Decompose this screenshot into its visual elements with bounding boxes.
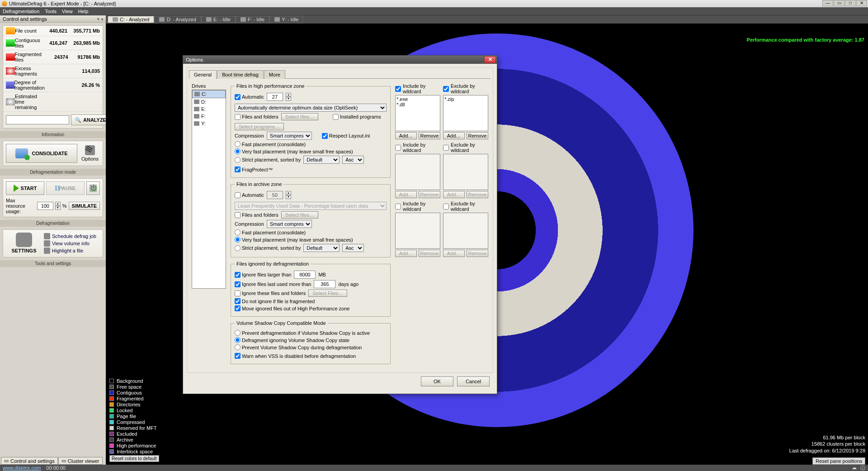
- menu-defragmentation[interactable]: Defragmentation: [3, 9, 39, 14]
- ar-auto-value[interactable]: [267, 191, 283, 199]
- legend-item[interactable]: High performance: [109, 443, 159, 448]
- ar-compression[interactable]: Smart compress: [267, 220, 312, 228]
- wc-remove-1a[interactable]: Remove: [419, 132, 440, 139]
- hp-sort-by[interactable]: Default: [303, 156, 340, 164]
- drive-item-c[interactable]: C:: [192, 90, 226, 98]
- drive-tab-y[interactable]: Y: - Idle: [269, 16, 303, 23]
- legend-item[interactable]: Directories: [109, 402, 159, 407]
- vss-radio-prevent-during[interactable]: Prevent Volume Shadow Copy during defrag…: [235, 344, 362, 350]
- simulate-button[interactable]: SIMULATE: [69, 202, 100, 210]
- wc-add-2a[interactable]: Add…: [395, 191, 417, 198]
- dialog-titlebar[interactable]: Options ✕: [183, 56, 497, 64]
- hp-respect-check[interactable]: Respect Layout.ini: [322, 133, 370, 139]
- drive-tab-e[interactable]: E: - Idle: [201, 16, 236, 23]
- wc-exclude-list-1[interactable]: *.zip: [443, 95, 488, 131]
- hp-radio-fast[interactable]: Fast placement (consolidate): [235, 141, 306, 147]
- hp-compression[interactable]: Smart compress: [267, 132, 312, 140]
- hp-fragprotect-check[interactable]: FragProtect™: [235, 167, 273, 172]
- ar-sort-dir[interactable]: Asc: [342, 244, 364, 252]
- legend-item[interactable]: Page file: [109, 414, 159, 419]
- ignore-select-files[interactable]: Select Files…: [308, 290, 347, 297]
- hp-files-folders-check[interactable]: Files and folders: [235, 114, 278, 120]
- spin-up[interactable]: ▲: [55, 202, 61, 206]
- maximize-button[interactable]: □: [845, 0, 856, 6]
- wc-exclude-check-1[interactable]: [443, 86, 449, 92]
- wc-include-check-1[interactable]: [395, 86, 401, 92]
- tab-general[interactable]: General: [189, 70, 217, 79]
- legend-item[interactable]: Compressed: [109, 419, 159, 425]
- ignore-these-check[interactable]: Ignore these files and folders: [235, 290, 306, 296]
- ignore-larger-check[interactable]: Ignore files larger than: [235, 272, 291, 278]
- minimize-button[interactable]: —: [822, 0, 833, 6]
- tool-schedule[interactable]: Schedule defrag job: [44, 233, 100, 240]
- menu-help[interactable]: Help: [78, 9, 89, 14]
- wc-include-list-1[interactable]: *.exe*.dll: [395, 95, 440, 131]
- legend-item[interactable]: Fragmented: [109, 396, 159, 401]
- legend-item[interactable]: Reserved for MFT: [109, 425, 159, 431]
- pause-button[interactable]: PAUSE: [46, 181, 85, 195]
- hp-auto-mode[interactable]: Automatically determine optimum data siz…: [235, 104, 387, 112]
- wc-exclude-check-3[interactable]: [443, 204, 449, 209]
- ar-sort-by[interactable]: Default: [303, 244, 340, 252]
- dialog-close-button[interactable]: ✕: [484, 56, 496, 63]
- menu-tools[interactable]: Tools: [45, 9, 57, 14]
- ignore-larger-value[interactable]: [294, 271, 316, 279]
- wc-include-check-2[interactable]: [395, 145, 401, 151]
- hp-select-programs[interactable]: Select programs…: [235, 123, 284, 130]
- vss-radio-ignore[interactable]: Defragment ignoring Volume Shadow Copy s…: [235, 337, 349, 343]
- menu-view[interactable]: View: [62, 9, 73, 14]
- legend-item[interactable]: Archive: [109, 437, 159, 442]
- ok-button[interactable]: OK: [421, 376, 453, 386]
- cancel-button[interactable]: Cancel: [457, 376, 490, 386]
- wc-remove-3a[interactable]: Remove: [419, 250, 440, 257]
- wc-add-1a[interactable]: Add…: [395, 132, 417, 139]
- ar-radio-strict[interactable]: Strict placement, sorted by: [235, 245, 301, 251]
- stop-button[interactable]: [86, 181, 100, 195]
- wc-include-check-3[interactable]: [395, 204, 401, 209]
- analyze-button[interactable]: 🔍ANALYZE: [71, 114, 110, 125]
- move-ignored-check[interactable]: Move ignored files out of High Performan…: [235, 305, 349, 311]
- reset-positions-button[interactable]: Reset pane positions: [812, 457, 865, 465]
- resource-input[interactable]: [37, 202, 53, 210]
- ignore-older-value[interactable]: [314, 280, 335, 288]
- ar-select-files[interactable]: Select files…: [281, 211, 318, 219]
- bottom-tab-cluster[interactable]: ▭Cluster viewer: [58, 457, 103, 465]
- analyze-input[interactable]: [6, 115, 69, 124]
- restore-button[interactable]: ▭: [834, 0, 844, 6]
- ignore-older-check[interactable]: Ignore files last used more than: [235, 281, 311, 287]
- vss-warn-check[interactable]: Warn when VSS is disabled before defragm…: [235, 353, 356, 359]
- drive-tab-c[interactable]: C: - Analyzed: [108, 16, 154, 23]
- legend-item[interactable]: Contiguous: [109, 390, 159, 395]
- drive-item-y[interactable]: Y:: [192, 120, 226, 127]
- close-button[interactable]: ✕: [856, 0, 867, 6]
- wc-remove-1b[interactable]: Remove: [467, 132, 488, 139]
- spin-down[interactable]: ▼: [55, 206, 61, 210]
- ar-auto-mode[interactable]: Least Frequently Used Data - Percentage …: [235, 202, 387, 210]
- wc-remove-2b[interactable]: Remove: [467, 191, 488, 198]
- status-url[interactable]: www.disktrix.com: [3, 465, 41, 471]
- wc-add-3b[interactable]: Add…: [443, 250, 465, 257]
- sidebar-header[interactable]: Control and settings ▾ ◂: [0, 15, 106, 23]
- drive-item-f[interactable]: F:: [192, 113, 226, 120]
- legend-item[interactable]: Background: [109, 378, 159, 384]
- drive-tab-f[interactable]: F: - Idle: [236, 16, 269, 23]
- wc-add-3a[interactable]: Add…: [395, 250, 417, 257]
- vss-radio-prevent[interactable]: Prevent defragmentation if Volume Shadow…: [235, 330, 370, 336]
- wc-exclude-check-2[interactable]: [443, 145, 449, 151]
- tool-volume-info[interactable]: View volume info: [44, 240, 100, 247]
- legend-item[interactable]: Excluded: [109, 431, 159, 437]
- options-button[interactable]: Options: [80, 145, 100, 162]
- legend-item[interactable]: Free space: [109, 384, 159, 390]
- ar-radio-veryfast[interactable]: Very fast placement (may leave small fre…: [235, 237, 353, 243]
- wc-add-1b[interactable]: Add…: [443, 132, 465, 139]
- legend-item[interactable]: Locked: [109, 408, 159, 413]
- ar-auto-check[interactable]: Automatic: [235, 192, 264, 198]
- hp-auto-value[interactable]: [267, 93, 283, 101]
- do-not-ignore-check[interactable]: Do not ignore if file is fragmented: [235, 298, 315, 304]
- drive-item-d[interactable]: D:: [192, 98, 226, 105]
- ar-radio-fast[interactable]: Fast placement (consolidate): [235, 229, 306, 235]
- wc-add-2b[interactable]: Add…: [443, 191, 465, 198]
- hp-installed-check[interactable]: Installed programs: [333, 114, 381, 120]
- hp-radio-strict[interactable]: Strict placement, sorted by: [235, 157, 301, 163]
- wc-remove-2a[interactable]: Remove: [419, 191, 440, 198]
